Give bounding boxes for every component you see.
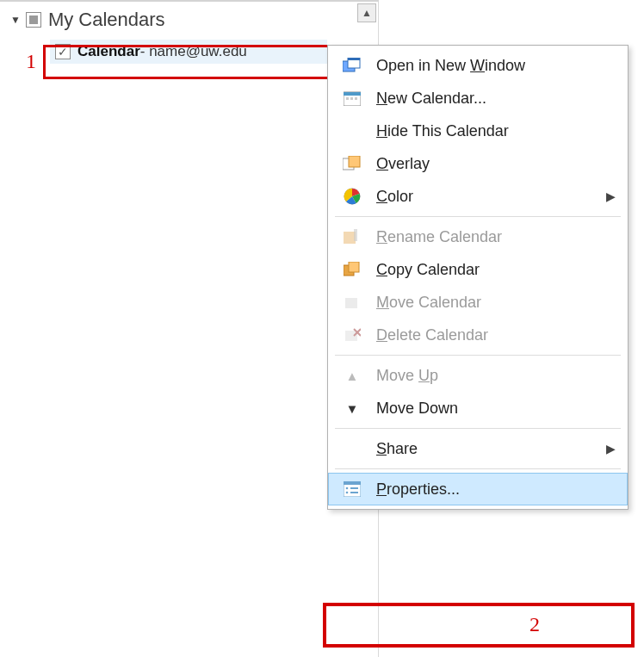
menu-label: Hide This Calendar (376, 122, 616, 140)
svg-rect-22 (350, 487, 358, 489)
group-checkbox-mixed[interactable] (26, 12, 41, 28)
menu-label: New Calendar... (376, 90, 616, 108)
menu-move-up: ▲ Move Up (328, 359, 628, 392)
menu-copy-calendar[interactable]: Copy Calendar (328, 253, 628, 286)
properties-icon (340, 480, 364, 499)
calendar-name: Calendar (77, 43, 140, 60)
menu-label: Move Down (376, 400, 616, 418)
menu-separator (335, 468, 621, 469)
menu-delete-calendar: Delete Calendar (328, 319, 628, 351)
calendar-item[interactable]: ✓ Calendar - name@uw.edu (50, 40, 327, 64)
menu-label: Move Calendar (376, 294, 616, 312)
svg-rect-12 (354, 229, 357, 241)
menu-label: Copy Calendar (376, 261, 616, 279)
svg-rect-20 (344, 481, 361, 485)
menu-separator (335, 355, 621, 356)
svg-rect-9 (349, 156, 360, 167)
menu-overlay[interactable]: Overlay (328, 147, 628, 180)
svg-rect-11 (344, 232, 356, 244)
svg-point-21 (346, 487, 349, 490)
svg-rect-2 (348, 58, 360, 60)
calendar-nav-pane: ▲ ▼ My Calendars ✓ Calendar - name@uw.ed… (0, 0, 379, 657)
calendar-icon (340, 89, 364, 108)
menu-new-calendar[interactable]: New Calendar... (328, 82, 628, 115)
window-icon (340, 56, 364, 75)
svg-rect-6 (350, 97, 353, 100)
group-label: My Calendars (48, 9, 165, 31)
rename-icon (340, 227, 364, 246)
menu-label: Open in New Window (376, 57, 616, 75)
svg-rect-16 (345, 331, 357, 341)
menu-share[interactable]: Share ▶ (328, 432, 628, 465)
blank-icon (340, 121, 364, 140)
menu-separator (335, 216, 621, 217)
menu-label: Overlay (376, 155, 616, 173)
blank-icon (340, 439, 364, 458)
menu-rename-calendar: Rename Calendar (328, 220, 628, 253)
calendar-checkbox[interactable]: ✓ (55, 44, 71, 59)
context-menu: Open in New Window New Calendar... Hide … (327, 45, 629, 510)
color-icon (340, 187, 364, 206)
menu-move-down[interactable]: ▼ Move Down (328, 392, 628, 425)
svg-rect-5 (346, 97, 349, 100)
svg-rect-4 (344, 92, 361, 96)
menu-label: Properties... (376, 480, 616, 499)
menu-label: Delete Calendar (376, 326, 616, 344)
calendar-suffix: - name@uw.edu (140, 43, 247, 60)
annotation-1: 1 (26, 50, 36, 73)
svg-point-23 (346, 492, 349, 494)
menu-color[interactable]: Color ▶ (328, 180, 628, 213)
overlay-icon (340, 154, 364, 173)
svg-rect-7 (355, 97, 357, 100)
menu-separator (335, 428, 621, 429)
down-icon: ▼ (340, 399, 364, 418)
menu-label: Rename Calendar (376, 228, 616, 246)
my-calendars-group[interactable]: ▼ My Calendars (0, 2, 378, 34)
annotation-2: 2 (529, 613, 540, 636)
delete-icon (340, 325, 364, 344)
menu-label: Move Up (376, 367, 616, 385)
svg-rect-14 (349, 262, 359, 272)
menu-properties[interactable]: Properties... (328, 473, 628, 505)
scroll-up-button[interactable]: ▲ (357, 3, 376, 22)
menu-hide-calendar[interactable]: Hide This Calendar (328, 115, 628, 147)
collapse-icon: ▼ (10, 14, 21, 26)
menu-move-calendar: Move Calendar (328, 286, 628, 319)
up-icon: ▲ (340, 366, 364, 385)
menu-label: Color (376, 188, 606, 206)
move-icon (340, 293, 364, 312)
submenu-arrow-icon: ▶ (606, 442, 616, 456)
menu-label: Share (376, 440, 606, 458)
submenu-arrow-icon: ▶ (606, 189, 616, 203)
menu-open-new-window[interactable]: Open in New Window (328, 49, 628, 82)
svg-rect-15 (345, 298, 357, 308)
svg-rect-24 (350, 492, 358, 493)
copy-icon (340, 260, 364, 279)
